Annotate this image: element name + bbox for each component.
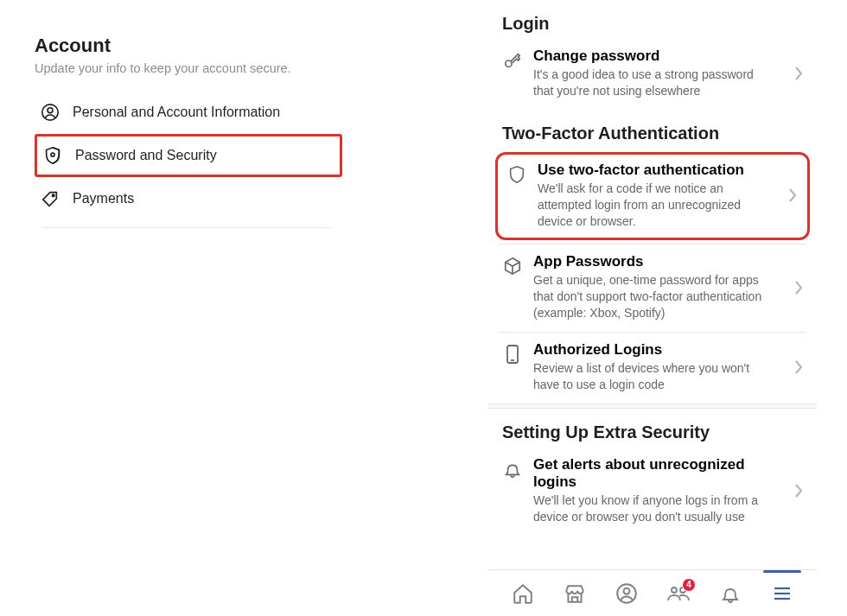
row-login-alerts[interactable]: Get alerts about unrecognized logins We'… — [488, 448, 817, 536]
sidebar-item-label: Payments — [73, 191, 134, 206]
svg-point-4 — [506, 60, 512, 67]
store-icon — [564, 582, 586, 605]
row-title: Authorized Logins — [533, 341, 765, 359]
row-use-two-factor[interactable]: Use two-factor authentication We'll ask … — [495, 152, 810, 241]
sidebar-item-password-security[interactable]: Password and Security — [35, 134, 342, 177]
sidebar-subtitle: Update your info to keep your account se… — [35, 61, 342, 75]
bell-icon — [720, 582, 741, 605]
tag-icon — [40, 188, 60, 209]
profile-tab[interactable] — [611, 578, 642, 609]
row-description: Review a list of devices where you won't… — [533, 360, 765, 393]
sidebar-item-label: Password and Security — [75, 148, 217, 163]
chevron-right-icon — [791, 483, 806, 499]
row-change-password[interactable]: Change password It's a good idea to use … — [488, 39, 817, 110]
settings-scroll-area[interactable]: Login Change password It's a good idea t… — [488, 0, 817, 616]
sidebar-title: Account — [35, 35, 342, 57]
menu-icon — [772, 583, 793, 604]
account-settings-sidebar: Account Update your info to keep your ac… — [0, 0, 372, 616]
sidebar-item-payments[interactable]: Payments — [35, 177, 342, 220]
row-app-passwords[interactable]: App Passwords Get a unique, one-time pas… — [488, 244, 817, 332]
row-title: Change password — [533, 48, 765, 65]
sidebar-item-personal-info[interactable]: Personal and Account Information — [35, 91, 342, 134]
chevron-right-icon — [791, 66, 806, 81]
svg-point-3 — [52, 194, 54, 197]
phone-icon — [502, 341, 523, 365]
divider — [41, 227, 331, 228]
marketplace-tab[interactable] — [559, 578, 590, 609]
svg-point-2 — [51, 153, 54, 156]
security-settings-screen: Login Change password It's a good idea t… — [488, 0, 817, 616]
section-header-2fa: Two-Factor Authentication — [488, 110, 817, 149]
home-tab[interactable] — [507, 578, 538, 609]
groups-tab[interactable]: 4 — [663, 578, 694, 609]
user-circle-icon — [40, 102, 60, 123]
row-description: We'll ask for a code if we notice an att… — [538, 181, 759, 230]
row-title: Use two-factor authentication — [538, 162, 759, 179]
notifications-tab[interactable] — [715, 578, 746, 609]
shield-icon — [506, 162, 527, 186]
shield-icon — [42, 145, 63, 166]
row-title: Get alerts about unrecognized logins — [533, 456, 765, 491]
bottom-tab-bar: 4 — [488, 569, 817, 616]
svg-point-1 — [48, 108, 53, 113]
row-description: We'll let you know if anyone logs in fro… — [533, 492, 765, 525]
section-header-extra-security: Setting Up Extra Security — [488, 409, 817, 448]
menu-tab[interactable] — [767, 578, 798, 609]
section-header-login: Login — [488, 0, 817, 39]
bell-icon — [502, 456, 523, 480]
home-icon — [512, 582, 534, 605]
key-icon — [502, 48, 523, 72]
notification-badge: 4 — [682, 578, 696, 592]
cube-icon — [502, 253, 523, 277]
row-description: Get a unique, one-time password for apps… — [533, 272, 765, 321]
user-circle-icon — [615, 582, 638, 605]
row-title: App Passwords — [533, 253, 765, 270]
row-authorized-logins[interactable]: Authorized Logins Review a list of devic… — [488, 333, 817, 403]
chevron-right-icon — [791, 359, 806, 375]
svg-point-9 — [672, 587, 677, 593]
chevron-right-icon — [791, 280, 806, 295]
row-description: It's a good idea to use a strong passwor… — [533, 67, 765, 99]
sidebar-item-label: Personal and Account Information — [73, 105, 280, 120]
chevron-right-icon — [785, 187, 800, 203]
svg-point-8 — [624, 587, 630, 594]
